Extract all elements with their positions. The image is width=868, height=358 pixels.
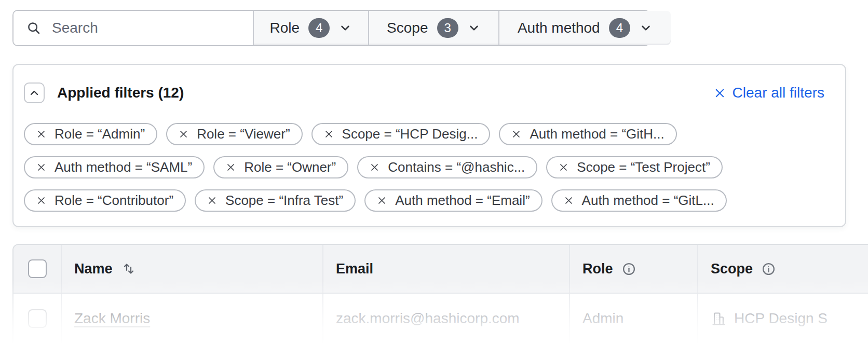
dismiss-x-icon[interactable] [36, 196, 46, 205]
users-table: Name Email Role Scope [12, 244, 868, 343]
filter-chip-label: Auth method = “Email” [395, 192, 530, 209]
search-input[interactable] [51, 19, 240, 37]
row-role-cell: Admin [570, 294, 698, 343]
row-checkbox-cell [13, 294, 62, 343]
filter-chip-label: Role = “Viewer” [197, 126, 290, 142]
applied-filters-panel: Applied filters (12) Clear all filters R… [12, 64, 846, 227]
filter-bar: Role 4 Scope 3 Auth method 4 [12, 10, 650, 46]
role-filter-label: Role [270, 20, 300, 36]
dismiss-x-icon[interactable] [511, 129, 521, 139]
dismiss-x-icon[interactable] [207, 196, 217, 205]
filter-chip-label: Auth method = “SAML” [55, 159, 192, 175]
dismiss-x-icon[interactable] [377, 196, 387, 205]
filter-chip[interactable]: Auth method = “GitH... [499, 123, 676, 145]
filter-chip-label: Role = “Owner” [244, 159, 336, 175]
scope-filter-dropdown[interactable]: Scope 3 [369, 11, 499, 45]
dismiss-x-icon[interactable] [36, 129, 46, 139]
applied-filters-header: Applied filters (12) Clear all filters [24, 82, 824, 103]
filter-chip[interactable]: Scope = “Test Project” [546, 156, 723, 178]
row-checkbox[interactable] [28, 309, 47, 328]
filter-chip-row: Role = “Admin” Role = “Viewer” Scope = “… [24, 123, 824, 145]
info-icon[interactable] [621, 261, 636, 277]
auth-method-filter-dropdown[interactable]: Auth method 4 [499, 11, 671, 45]
scope-filter-count-badge: 3 [437, 18, 458, 38]
filter-chip-row: Role = “Contributor” Scope = “Infra Test… [24, 189, 824, 212]
clear-all-filters-label: Clear all filters [733, 85, 824, 101]
filter-chip[interactable]: Contains = “@hashic... [357, 156, 537, 178]
filter-chip[interactable]: Role = “Admin” [24, 123, 157, 145]
email-column-label: Email [336, 261, 373, 277]
table-header-email: Email [323, 245, 570, 293]
filter-chip[interactable]: Auth method = “Email” [364, 189, 542, 212]
clear-all-filters-link[interactable]: Clear all filters [714, 85, 824, 101]
dismiss-x-icon[interactable] [324, 129, 334, 139]
filter-chip-label: Scope = “Infra Test” [225, 192, 343, 209]
name-column-label: Name [74, 261, 113, 277]
filter-chip-label: Role = “Admin” [55, 126, 145, 142]
scope-column-label: Scope [711, 261, 753, 277]
user-scope: HCP Design S [734, 310, 828, 327]
row-email-cell: zack.morris@hashicorp.com [323, 294, 570, 343]
filter-chip-label: Auth method = “GitL... [582, 192, 714, 209]
user-role: Admin [582, 310, 623, 327]
filter-chip[interactable]: Scope = “HCP Desig... [311, 123, 491, 145]
clear-x-icon [714, 87, 726, 99]
dismiss-x-icon[interactable] [179, 129, 188, 139]
filter-chip-label: Role = “Contributor” [55, 192, 173, 209]
table-header-role: Role [570, 245, 698, 293]
auth-method-filter-count-badge: 4 [609, 18, 630, 38]
filter-chip-label: Auth method = “GitH... [530, 126, 664, 142]
chevron-down-icon [338, 21, 352, 35]
search-icon [26, 20, 42, 36]
row-name-cell: Zack Morris [62, 294, 323, 343]
sort-icon[interactable] [121, 261, 137, 276]
dismiss-x-icon[interactable] [564, 196, 574, 205]
filter-chip-label: Contains = “@hashic... [388, 159, 525, 175]
info-icon[interactable] [761, 261, 776, 277]
filter-chip-row: Auth method = “SAML” Role = “Owner” Cont… [24, 156, 824, 178]
chevron-up-icon [28, 87, 40, 99]
chevron-down-icon [639, 21, 653, 35]
filter-chip[interactable]: Scope = “Infra Test” [195, 189, 356, 212]
filter-chip[interactable]: Auth method = “SAML” [24, 156, 205, 178]
select-all-checkbox[interactable] [28, 259, 47, 278]
filter-chip[interactable]: Role = “Viewer” [166, 123, 302, 145]
table-header-checkbox-cell [13, 245, 62, 293]
table-header-row: Name Email Role Scope [13, 245, 868, 294]
org-building-icon [711, 311, 727, 327]
table-header-name[interactable]: Name [62, 245, 323, 293]
auth-method-filter-label: Auth method [518, 20, 600, 36]
search-field-container [13, 11, 254, 45]
applied-filters-title: Applied filters (12) [57, 85, 184, 101]
user-name-link[interactable]: Zack Morris [74, 310, 150, 327]
dismiss-x-icon[interactable] [370, 162, 379, 172]
dismiss-x-icon[interactable] [226, 162, 236, 172]
scope-filter-label: Scope [387, 20, 428, 36]
filter-chip[interactable]: Auth method = “GitL... [551, 189, 727, 212]
dismiss-x-icon[interactable] [36, 162, 46, 172]
filter-chip[interactable]: Role = “Contributor” [24, 189, 186, 212]
filter-chip-label: Scope = “Test Project” [577, 159, 710, 175]
table-header-scope: Scope [698, 245, 868, 293]
filter-chip-label: Scope = “HCP Desig... [342, 126, 478, 142]
role-filter-count-badge: 4 [308, 18, 330, 38]
filter-chip[interactable]: Role = “Owner” [213, 156, 348, 178]
dismiss-x-icon[interactable] [559, 162, 568, 172]
chevron-down-icon [467, 21, 481, 35]
role-filter-dropdown[interactable]: Role 4 [254, 11, 369, 45]
filter-chips: Role = “Admin” Role = “Viewer” Scope = “… [24, 123, 824, 212]
table-row: Zack Morris zack.morris@hashicorp.com Ad… [13, 294, 868, 343]
collapse-panel-button[interactable] [24, 82, 45, 103]
user-email: zack.morris@hashicorp.com [336, 310, 520, 327]
role-column-label: Role [582, 261, 613, 277]
row-scope-cell: HCP Design S [698, 294, 868, 343]
